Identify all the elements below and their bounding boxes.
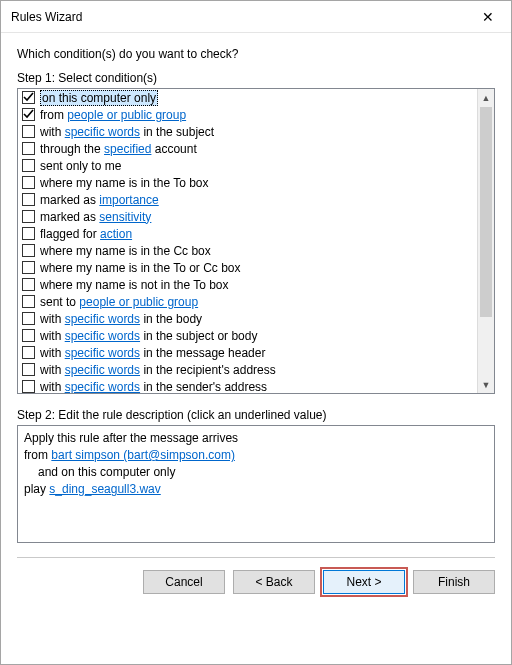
scroll-thumb[interactable] xyxy=(480,107,492,317)
condition-link[interactable]: people or public group xyxy=(67,108,186,122)
condition-text: on this computer only xyxy=(40,90,158,106)
condition-checkbox[interactable] xyxy=(22,227,35,240)
condition-text: where my name is in the To box xyxy=(40,176,209,190)
condition-checkbox[interactable] xyxy=(22,346,35,359)
condition-checkbox[interactable] xyxy=(22,91,35,104)
condition-link[interactable]: specific words xyxy=(65,125,140,139)
window-title: Rules Wizard xyxy=(11,10,82,24)
condition-text: with specific words in the message heade… xyxy=(40,346,265,360)
condition-row[interactable]: with specific words in the recipient's a… xyxy=(18,361,477,378)
condition-row[interactable]: flagged for action xyxy=(18,225,477,242)
condition-link[interactable]: action xyxy=(100,227,132,241)
scroll-up-button[interactable]: ▲ xyxy=(478,89,494,106)
close-button[interactable]: ✕ xyxy=(465,1,511,33)
condition-checkbox[interactable] xyxy=(22,278,35,291)
chevron-up-icon: ▲ xyxy=(482,93,491,103)
desc-line-2: from bart simpson (bart@simpson.com) xyxy=(24,447,488,464)
condition-link[interactable]: specific words xyxy=(65,363,140,377)
conditions-list[interactable]: on this computer onlyfrom people or publ… xyxy=(18,89,477,393)
condition-row[interactable]: through the specified account xyxy=(18,140,477,157)
condition-row[interactable]: marked as importance xyxy=(18,191,477,208)
condition-checkbox[interactable] xyxy=(22,244,35,257)
step1-label: Step 1: Select condition(s) xyxy=(17,71,495,85)
condition-checkbox[interactable] xyxy=(22,125,35,138)
condition-row[interactable]: with specific words in the sender's addr… xyxy=(18,378,477,393)
desc-from-link[interactable]: bart simpson (bart@simpson.com) xyxy=(51,448,235,462)
scroll-down-button[interactable]: ▼ xyxy=(478,376,494,393)
condition-row[interactable]: on this computer only xyxy=(18,89,477,106)
condition-text: where my name is in the Cc box xyxy=(40,244,211,258)
condition-text: where my name is not in the To box xyxy=(40,278,229,292)
condition-text: with specific words in the body xyxy=(40,312,202,326)
condition-row[interactable]: sent only to me xyxy=(18,157,477,174)
condition-link[interactable]: specific words xyxy=(65,346,140,360)
condition-text: marked as importance xyxy=(40,193,159,207)
condition-checkbox[interactable] xyxy=(22,295,35,308)
condition-link[interactable]: people or public group xyxy=(79,295,198,309)
condition-checkbox[interactable] xyxy=(22,363,35,376)
condition-text: with specific words in the subject xyxy=(40,125,214,139)
condition-checkbox[interactable] xyxy=(22,159,35,172)
condition-row[interactable]: with specific words in the body xyxy=(18,310,477,327)
next-button[interactable]: Next > xyxy=(323,570,405,594)
condition-row[interactable]: with specific words in the message heade… xyxy=(18,344,477,361)
condition-row[interactable]: from people or public group xyxy=(18,106,477,123)
condition-checkbox[interactable] xyxy=(22,108,35,121)
condition-checkbox[interactable] xyxy=(22,380,35,393)
condition-text: from people or public group xyxy=(40,108,186,122)
condition-row[interactable]: with specific words in the subject or bo… xyxy=(18,327,477,344)
desc-line-1: Apply this rule after the message arrive… xyxy=(24,430,488,447)
condition-text: sent to people or public group xyxy=(40,295,198,309)
scrollbar[interactable]: ▲ ▼ xyxy=(477,89,494,393)
condition-row[interactable]: where my name is in the To box xyxy=(18,174,477,191)
finish-button[interactable]: Finish xyxy=(413,570,495,594)
conditions-list-container: on this computer onlyfrom people or publ… xyxy=(17,88,495,394)
condition-link[interactable]: importance xyxy=(99,193,158,207)
titlebar: Rules Wizard ✕ xyxy=(1,1,511,33)
desc-line-4: play s_ding_seagull3.wav xyxy=(24,481,488,498)
condition-row[interactable]: sent to people or public group xyxy=(18,293,477,310)
condition-row[interactable]: with specific words in the subject xyxy=(18,123,477,140)
rule-description-box[interactable]: Apply this rule after the message arrive… xyxy=(17,425,495,543)
condition-row[interactable]: where my name is in the To or Cc box xyxy=(18,259,477,276)
condition-link[interactable]: specified xyxy=(104,142,151,156)
step2-label: Step 2: Edit the rule description (click… xyxy=(17,408,495,422)
button-bar: Cancel < Back Next > Finish xyxy=(1,558,511,608)
condition-text: with specific words in the sender's addr… xyxy=(40,380,267,394)
condition-text: with specific words in the subject or bo… xyxy=(40,329,257,343)
condition-text: through the specified account xyxy=(40,142,197,156)
condition-checkbox[interactable] xyxy=(22,261,35,274)
condition-text: marked as sensitivity xyxy=(40,210,151,224)
condition-link[interactable]: specific words xyxy=(65,380,140,394)
dialog-content: Which condition(s) do you want to check?… xyxy=(1,33,511,558)
condition-text: sent only to me xyxy=(40,159,121,173)
condition-checkbox[interactable] xyxy=(22,142,35,155)
condition-checkbox[interactable] xyxy=(22,210,35,223)
back-button[interactable]: < Back xyxy=(233,570,315,594)
condition-text: flagged for action xyxy=(40,227,132,241)
condition-checkbox[interactable] xyxy=(22,312,35,325)
condition-checkbox[interactable] xyxy=(22,176,35,189)
desc-sound-link[interactable]: s_ding_seagull3.wav xyxy=(49,482,160,496)
condition-link[interactable]: specific words xyxy=(65,329,140,343)
condition-text: where my name is in the To or Cc box xyxy=(40,261,241,275)
condition-checkbox[interactable] xyxy=(22,329,35,342)
desc-line-3: and on this computer only xyxy=(24,464,488,481)
condition-row[interactable]: where my name is not in the To box xyxy=(18,276,477,293)
prompt-text: Which condition(s) do you want to check? xyxy=(17,47,495,61)
close-icon: ✕ xyxy=(482,10,494,24)
condition-link[interactable]: sensitivity xyxy=(99,210,151,224)
condition-checkbox[interactable] xyxy=(22,193,35,206)
condition-row[interactable]: marked as sensitivity xyxy=(18,208,477,225)
condition-text: with specific words in the recipient's a… xyxy=(40,363,276,377)
condition-row[interactable]: where my name is in the Cc box xyxy=(18,242,477,259)
cancel-button[interactable]: Cancel xyxy=(143,570,225,594)
chevron-down-icon: ▼ xyxy=(482,380,491,390)
condition-link[interactable]: specific words xyxy=(65,312,140,326)
